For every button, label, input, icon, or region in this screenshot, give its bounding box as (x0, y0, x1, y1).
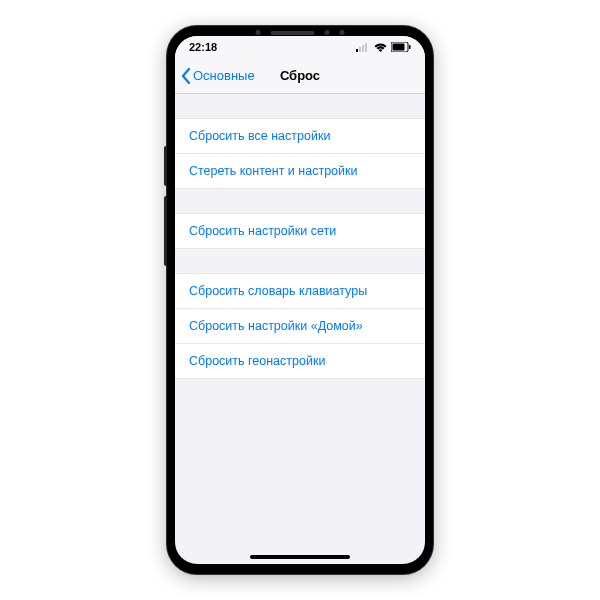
status-bar: 22:18 (175, 36, 425, 58)
row-label: Сбросить все настройки (189, 129, 330, 143)
wifi-icon (374, 43, 387, 52)
content-area[interactable]: Сбросить все настройки Стереть контент и… (175, 94, 425, 564)
back-button[interactable]: Основные (175, 68, 255, 84)
row-label: Сбросить словарь клавиатуры (189, 284, 367, 298)
svg-rect-5 (393, 44, 405, 51)
settings-group: Сбросить словарь клавиатуры Сбросить нас… (175, 273, 425, 379)
svg-rect-1 (359, 47, 361, 52)
back-label: Основные (193, 68, 255, 83)
svg-rect-0 (356, 49, 358, 52)
reset-location-privacy-row[interactable]: Сбросить геонастройки (175, 344, 425, 378)
row-label: Сбросить геонастройки (189, 354, 325, 368)
cellular-signal-icon (356, 43, 370, 52)
phone-sensors (256, 30, 345, 35)
page-title: Сброс (280, 68, 320, 83)
home-indicator[interactable] (250, 555, 350, 559)
screen: 22:18 Основные Сброс (175, 36, 425, 564)
svg-rect-2 (362, 45, 364, 52)
chevron-left-icon (181, 68, 191, 84)
phone-frame: 22:18 Основные Сброс (167, 26, 433, 574)
row-label: Сбросить настройки сети (189, 224, 336, 238)
reset-keyboard-dictionary-row[interactable]: Сбросить словарь клавиатуры (175, 274, 425, 309)
row-label: Стереть контент и настройки (189, 164, 358, 178)
battery-icon (391, 42, 411, 52)
status-right (356, 42, 411, 52)
reset-network-settings-row[interactable]: Сбросить настройки сети (175, 214, 425, 248)
settings-group: Сбросить настройки сети (175, 213, 425, 249)
svg-rect-3 (365, 43, 367, 52)
reset-home-layout-row[interactable]: Сбросить настройки «Домой» (175, 309, 425, 344)
navigation-bar: Основные Сброс (175, 58, 425, 94)
svg-rect-6 (409, 45, 411, 49)
settings-group: Сбросить все настройки Стереть контент и… (175, 118, 425, 189)
erase-content-settings-row[interactable]: Стереть контент и настройки (175, 154, 425, 188)
status-time: 22:18 (189, 41, 217, 53)
reset-all-settings-row[interactable]: Сбросить все настройки (175, 119, 425, 154)
row-label: Сбросить настройки «Домой» (189, 319, 363, 333)
